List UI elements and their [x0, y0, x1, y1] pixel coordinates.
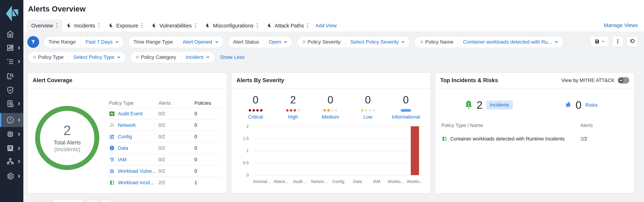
sidebar-item-alerts[interactable] — [0, 113, 23, 127]
card-title: Alert Coverage — [33, 77, 72, 84]
tab-menu-kebab-icon[interactable] — [194, 22, 196, 29]
mitre-attck-toggle[interactable] — [618, 77, 629, 84]
filter-value[interactable]: Open — [269, 39, 281, 45]
policy-type-link[interactable]: Audit Event — [118, 111, 143, 117]
chart-gridline — [252, 151, 424, 151]
severity-label-link[interactable]: Informational — [392, 114, 420, 120]
policies-count: 0 — [194, 157, 222, 163]
policy-type-link[interactable]: Network — [118, 123, 136, 128]
tab-overview[interactable]: Overview — [27, 20, 62, 31]
filter-value[interactable]: Container workloads detected with Ru... — [463, 39, 552, 45]
severity-dot-icon — [324, 109, 326, 112]
show-less-link[interactable]: Show Less — [220, 54, 244, 60]
tab-menu-kebab-icon[interactable] — [98, 22, 100, 29]
tab-menu-kebab-icon[interactable] — [256, 22, 258, 29]
filter-value[interactable]: Select Policy Type — [73, 54, 114, 60]
y-axis-tick-label: 0.5 — [232, 161, 249, 165]
sidebar-item-settings[interactable] — [0, 170, 23, 183]
filter-icon-button[interactable] — [27, 36, 39, 48]
chevron-down-icon[interactable] — [117, 55, 121, 59]
bottom-partial-button[interactable] — [100, 199, 112, 202]
chart-gridline — [252, 175, 424, 176]
remove-filter-icon[interactable]: ✕ — [135, 54, 139, 60]
bottom-partial-widget[interactable] — [53, 199, 84, 202]
severity-stat-medium: 0Medium — [317, 95, 344, 120]
bottom-partial-button[interactable] — [86, 199, 98, 202]
incidents-badge[interactable]: Incidents — [486, 100, 513, 110]
policy-type-link[interactable]: Workload Vulne... — [118, 169, 156, 174]
filter-pill-policy-type: ✕Policy TypeSelect Policy Type — [27, 51, 126, 63]
main-area: Alerts Overview OverviewIncidentsExposur… — [23, 0, 644, 202]
incidents-stat: 2 Incidents — [442, 99, 535, 111]
sidebar-item-compliance[interactable] — [0, 84, 23, 97]
alert-coverage-header: Alert Coverage — [28, 73, 227, 88]
sidebar-item-home[interactable] — [0, 28, 23, 40]
tab-menu-kebab-icon[interactable] — [307, 22, 308, 29]
save-view-button[interactable] — [590, 36, 609, 47]
tab-attack-paths[interactable]: Attack Paths — [262, 20, 313, 31]
severity-dot-icon — [252, 109, 255, 112]
sidebar-item-governance[interactable] — [0, 97, 23, 110]
chevron-down-icon[interactable] — [554, 40, 558, 44]
chevron-down-icon[interactable] — [115, 40, 119, 44]
policy-type-link[interactable]: Config — [118, 134, 132, 140]
top-incident-row: Container workloads detected with Runtim… — [441, 136, 627, 142]
sidebar-item-dashboards[interactable] — [0, 41, 23, 54]
chevron-down-icon[interactable] — [284, 40, 288, 44]
sidebar-item-investigate[interactable] — [0, 70, 23, 83]
risks-count: 0 — [576, 99, 582, 111]
sidebar-item-inventory[interactable] — [0, 55, 23, 68]
alerts-count-link[interactable]: 2 — [580, 136, 583, 142]
severity-count: 0 — [328, 95, 333, 105]
severity-dot-icon — [327, 109, 330, 112]
filter-value[interactable]: Alert Opened — [182, 39, 212, 45]
filter-actions — [590, 36, 638, 47]
tab-misconfigurations[interactable]: Misconfigurations — [201, 20, 262, 31]
manage-views-link[interactable]: Manage Views — [604, 22, 638, 28]
incidents-count: 2 — [476, 99, 482, 111]
alerts-count: 0/2 — [158, 157, 194, 163]
severity-count: 2 — [290, 95, 296, 105]
workload-incident-icon — [109, 180, 115, 186]
severity-label-link[interactable]: Critical — [248, 114, 263, 120]
tab-exposure[interactable]: Exposure — [104, 20, 147, 31]
filter-label: Policy Severity — [308, 39, 341, 45]
policy-type-link[interactable]: Workload Incid... — [118, 180, 154, 186]
filter-value[interactable]: Past 7 Days — [85, 39, 112, 45]
severity-dot-icon — [365, 109, 367, 112]
severity-label-link[interactable]: Low — [364, 114, 372, 120]
more-options-button[interactable] — [612, 36, 624, 47]
tab-incidents[interactable]: Incidents — [62, 20, 104, 31]
toggle-knob — [618, 78, 624, 83]
risks-label[interactable]: Risks — [585, 102, 597, 108]
prisma-cloud-logo[interactable] — [5, 5, 18, 22]
sidebar-item-compute[interactable] — [0, 128, 23, 141]
policy-type-link[interactable]: IAM — [118, 157, 126, 163]
remove-filter-icon[interactable]: ✕ — [302, 39, 306, 45]
tab-vulnerabilities[interactable]: Vulnerabilities — [147, 20, 200, 31]
remove-filter-icon[interactable]: ✕ — [32, 54, 36, 60]
severity-label-link[interactable]: Medium — [322, 114, 339, 120]
sidebar-item-application-security[interactable] — [0, 142, 23, 155]
filter-pill-policy-category: ✕Policy CategoryIncident — [130, 51, 215, 63]
chevron-down-icon[interactable] — [401, 40, 405, 44]
severity-label-link[interactable]: High — [288, 114, 298, 120]
tab-menu-kebab-icon[interactable] — [56, 22, 58, 29]
filter-value[interactable]: Incident — [186, 54, 204, 60]
coverage-table-row: Workload Incid...2/21 — [107, 177, 222, 188]
severity-stat-high: 2High — [280, 95, 306, 120]
filter-value[interactable]: Select Policy Severity — [350, 39, 398, 45]
chevron-down-icon[interactable] — [215, 40, 219, 44]
reset-filters-button[interactable] — [626, 36, 638, 47]
alerts-by-severity-card: Alerts By Severity 0Critical2High0Medium… — [231, 72, 431, 194]
add-view-link[interactable]: Add View — [315, 20, 336, 31]
severity-count: 0 — [365, 95, 371, 105]
policy-type-link[interactable]: Data — [118, 146, 128, 151]
sidebar-item-network[interactable] — [0, 155, 23, 168]
remove-filter-icon[interactable]: ✕ — [420, 39, 424, 45]
chevron-down-icon[interactable] — [206, 55, 210, 59]
bar-Worklo[interactable] — [411, 126, 419, 175]
tab-label: Vulnerabilities — [160, 23, 192, 29]
tab-menu-kebab-icon[interactable] — [141, 22, 143, 29]
iam-fingerprint-icon — [109, 157, 115, 163]
